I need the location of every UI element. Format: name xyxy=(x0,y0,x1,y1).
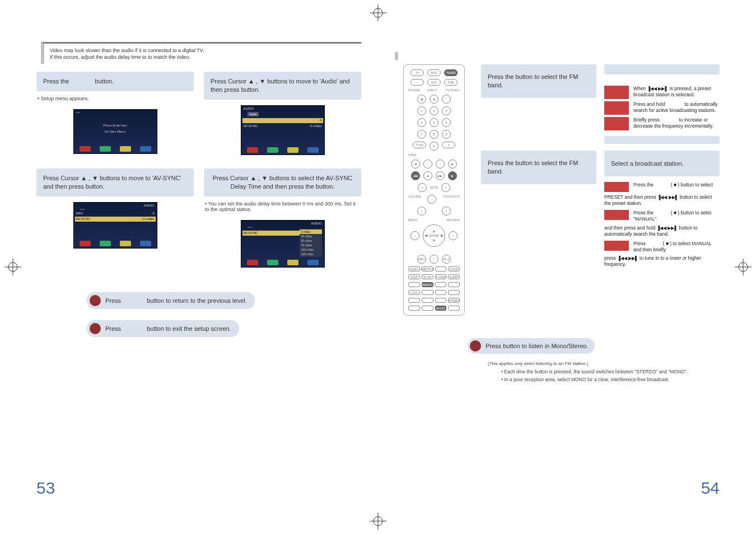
remote-title: TITLE xyxy=(413,142,426,148)
mono-b1: • Each time the button is pressed, the s… xyxy=(501,369,720,375)
mono-b2: • In a poor reception area, select MONO … xyxy=(501,377,720,383)
remote-eject-icon: ⏏ xyxy=(430,95,438,104)
gray-bar-1 xyxy=(604,64,720,74)
page-left: Video may look slower than the audio if … xyxy=(25,31,372,503)
remote-aux: AUX xyxy=(427,79,441,86)
step-1-header: Press the button. xyxy=(36,72,194,91)
return-button-icon xyxy=(90,295,101,306)
remote-power-icon: ⏻ xyxy=(417,95,426,104)
mono-sub: (This applies only when listening to an … xyxy=(488,361,720,367)
r-select-header: Select a broadcast station. xyxy=(604,151,720,176)
intro-line-1: Video may look slower than the audio if … xyxy=(50,47,356,54)
remote-skip-fwd-icon: ▶▶ xyxy=(436,171,445,180)
crop-mark-top xyxy=(370,4,386,21)
red-swatch-manual xyxy=(604,117,629,130)
remote-pl2: PL II xyxy=(442,255,451,264)
remote-prev-icon: ◀ xyxy=(411,160,420,168)
step-4-note: You can set the audio delay time between… xyxy=(205,201,360,212)
pill-return-pre: Press xyxy=(105,297,123,304)
stop-icon-1: ( xyxy=(669,182,674,188)
remote-blank1 xyxy=(410,79,424,86)
r-select-text: Select a broadcast station. xyxy=(611,160,684,168)
red-swatch-auto xyxy=(604,101,629,115)
osd-screenshot-4: AUDIO AV-SYNC 0 mSec 25 mSec 50 mSec 75 xyxy=(241,220,325,268)
remote-tuner: TUNER xyxy=(444,69,458,76)
pill-exit-post: button to exit the setup screen. xyxy=(147,325,231,332)
osd-screenshot-1: Press Enter key for Disc Menu xyxy=(73,109,157,154)
red-swatch-sel-3 xyxy=(604,241,629,251)
exit-button-icon xyxy=(90,323,101,334)
remote-usb: USB xyxy=(444,79,458,86)
remote-down-icon: ∨ xyxy=(442,207,451,216)
pill-exit-pre: Press xyxy=(105,325,123,332)
step-2-header: Press Cursor ▲ , ▼ buttons to move to 'A… xyxy=(204,72,361,100)
step-1-text-post: button. xyxy=(95,78,114,85)
remote-most-button: MO/ST xyxy=(435,306,447,311)
section-marker xyxy=(395,52,720,60)
preset-text-1a: When xyxy=(633,86,647,91)
remote-stop-icon: ■ xyxy=(423,171,432,180)
pill-exit: Press button to exit the setup screen. xyxy=(87,320,239,337)
mono-head: Press button to listen in Mono/Stereo. xyxy=(486,343,588,349)
most-button-icon xyxy=(470,340,481,352)
remote-cancel-icon: ✕ xyxy=(442,142,455,148)
crop-mark-bottom xyxy=(370,513,386,530)
remote-tv: TV xyxy=(410,69,424,76)
osd-screenshot-2: AUDIO Audio : 0 AV-SYNC: 0 mSec xyxy=(241,105,325,155)
crop-mark-right xyxy=(735,259,752,275)
r-step-2-header: Press the button to select the FM band. xyxy=(481,151,596,184)
remote-next-icon: ▶ xyxy=(448,160,457,168)
page-right: TV DVD TUNER AUX USB POWER EJECT TV/VIDE… xyxy=(384,31,731,503)
remote-up-icon: ∧ xyxy=(441,183,450,192)
r-step-1-header: Press the button to select the FM band. xyxy=(481,64,596,98)
step-1-text-pre: Press the xyxy=(43,78,71,85)
pill-return: Press button to return to the previous l… xyxy=(87,292,255,309)
red-swatch-sel-2 xyxy=(604,210,629,220)
page-number-right: 54 xyxy=(701,479,720,498)
remote-control-diagram: TV DVD TUNER AUX USB POWER EJECT TV/VIDE… xyxy=(403,64,465,316)
pill-mono: Press button to listen in Mono/Stereo. xyxy=(468,338,595,354)
red-swatch-preset xyxy=(604,86,629,99)
step-3-header: Press Cursor ▲ , ▼ buttons to move to 'A… xyxy=(36,168,194,196)
intro-line-2: If this occurs, adjust the audio delay t… xyxy=(50,54,356,60)
gray-bar-2 xyxy=(604,136,720,144)
remote-info: INFO xyxy=(417,255,426,264)
r-step-2-text: Press the button to select the FM band. xyxy=(488,159,590,176)
remote-tvvideo-icon: ○ xyxy=(442,95,451,104)
step-4-header: Press Cursor ▲ , ▼ buttons to select the… xyxy=(204,168,361,196)
step-2-text: Press Cursor ▲ , ▼ buttons to move to 'A… xyxy=(211,77,354,94)
step-1-note: Setup menu appears. xyxy=(38,96,193,101)
crop-mark-left xyxy=(4,259,21,275)
pill-return-post: button to return to the previous level. xyxy=(147,297,247,304)
intro-text: Video may look slower than the audio if … xyxy=(41,42,361,64)
r-step-1-text: Press the button to select the FM band. xyxy=(488,73,590,90)
auto-text-a: Press and hold xyxy=(633,101,666,107)
remote-play-icon: ▶ xyxy=(448,171,457,180)
page-number-left: 53 xyxy=(36,479,55,498)
step-4-text: Press Cursor ▲ , ▼ buttons to select the… xyxy=(211,174,354,191)
step-3-text: Press Cursor ▲ , ▼ buttons to move to 'A… xyxy=(43,174,187,191)
remote-skip-back-icon: ◀◀ xyxy=(411,171,420,180)
skip-icon: ▐◀◀ ▶▶▌ xyxy=(647,86,669,91)
osd-screenshot-3: AUDIO DRC: 0 AV-SYNC: 0 mSec xyxy=(73,202,157,249)
red-swatch-sel-1 xyxy=(604,182,629,192)
manual-text-a: Briefly press xyxy=(633,117,661,123)
remote-enter-button: ▲ ◀ENTER▶ ▼ xyxy=(423,224,445,247)
remote-dvd: DVD xyxy=(427,69,441,76)
